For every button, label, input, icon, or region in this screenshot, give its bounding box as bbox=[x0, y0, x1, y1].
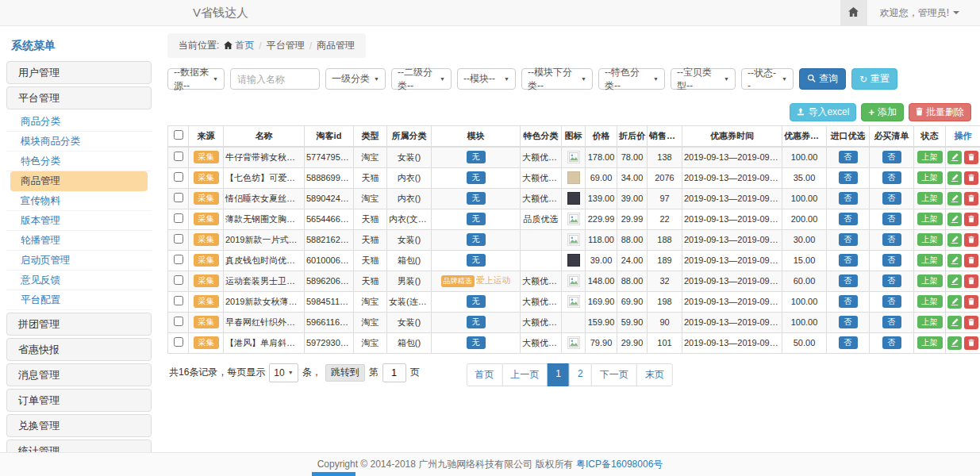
per-page-select[interactable]: 10▼ bbox=[269, 363, 298, 382]
row-checkbox[interactable] bbox=[174, 255, 183, 264]
status-badge[interactable]: 上架 bbox=[917, 274, 943, 287]
sidebar-item[interactable]: 轮播管理 bbox=[6, 231, 152, 251]
sidebar-item[interactable]: 启动页管理 bbox=[6, 251, 152, 271]
import-select-badge[interactable]: 否 bbox=[839, 151, 858, 163]
page-number-input[interactable] bbox=[382, 363, 406, 382]
edit-button[interactable] bbox=[947, 336, 962, 350]
import-select-badge[interactable]: 否 bbox=[839, 171, 858, 184]
pager-page-2[interactable]: 2 bbox=[569, 363, 592, 386]
row-checkbox[interactable] bbox=[174, 317, 183, 326]
edit-button[interactable] bbox=[947, 295, 962, 309]
pager-first[interactable]: 首页 bbox=[466, 363, 502, 386]
delete-button[interactable] bbox=[964, 171, 978, 185]
import-select-badge[interactable]: 否 bbox=[839, 192, 858, 205]
row-checkbox[interactable] bbox=[174, 275, 183, 285]
status-badge[interactable]: 上架 bbox=[917, 254, 943, 267]
name-search-input[interactable] bbox=[230, 68, 320, 90]
status-badge[interactable]: 上架 bbox=[917, 151, 943, 163]
status-badge[interactable]: 上架 bbox=[917, 171, 943, 184]
edit-button[interactable] bbox=[947, 171, 962, 185]
import-select-badge[interactable]: 否 bbox=[839, 274, 858, 287]
must-buy-badge[interactable]: 否 bbox=[882, 336, 901, 349]
row-checkbox[interactable] bbox=[174, 193, 183, 202]
import-select-badge[interactable]: 否 bbox=[839, 316, 858, 328]
row-checkbox[interactable] bbox=[174, 296, 183, 305]
must-buy-badge[interactable]: 否 bbox=[882, 316, 901, 328]
import-select-badge[interactable]: 否 bbox=[839, 254, 858, 267]
must-buy-badge[interactable]: 否 bbox=[882, 254, 901, 267]
status-badge[interactable]: 上架 bbox=[917, 233, 943, 246]
sidebar-item[interactable]: 模块商品分类 bbox=[6, 132, 152, 152]
batch-delete-button[interactable]: 批量删除 bbox=[909, 103, 971, 121]
must-buy-badge[interactable]: 否 bbox=[882, 274, 901, 287]
data-source-select[interactable]: --数据来源--▼ bbox=[167, 68, 225, 90]
sidebar-item[interactable]: 特色分类 bbox=[6, 152, 152, 171]
home-button[interactable] bbox=[840, 0, 867, 26]
status-select[interactable]: --状态--▼ bbox=[741, 68, 794, 90]
sidebar-item[interactable]: 平台配置 bbox=[6, 290, 152, 310]
user-menu[interactable]: 欢迎您，管理员! bbox=[867, 6, 980, 20]
import-select-badge[interactable]: 否 bbox=[839, 233, 858, 246]
sidebar-item[interactable]: 意见反馈 bbox=[6, 271, 152, 290]
sidebar-group[interactable]: 用户管理 bbox=[6, 61, 152, 84]
delete-button[interactable] bbox=[964, 274, 978, 288]
delete-button[interactable] bbox=[964, 213, 978, 226]
delete-button[interactable] bbox=[964, 316, 978, 329]
import-select-badge[interactable]: 否 bbox=[839, 295, 858, 308]
sidebar-item[interactable]: 商品管理 bbox=[10, 171, 148, 191]
module-subcategory-select[interactable]: --模块下分类--▼ bbox=[521, 68, 593, 90]
sidebar-group[interactable]: 省惠快报 bbox=[6, 338, 152, 361]
edit-button[interactable] bbox=[947, 254, 962, 267]
category-level2-select[interactable]: --二级分类--▼ bbox=[391, 68, 452, 90]
row-checkbox[interactable] bbox=[174, 234, 183, 244]
import-select-badge[interactable]: 否 bbox=[839, 336, 858, 349]
edit-button[interactable] bbox=[947, 213, 962, 226]
sidebar-item[interactable]: 版本管理 bbox=[6, 211, 152, 231]
reset-button[interactable]: ↻ 重置 bbox=[851, 68, 897, 90]
sidebar-group[interactable]: 平台管理 bbox=[6, 86, 152, 109]
must-buy-badge[interactable]: 否 bbox=[882, 233, 901, 246]
row-checkbox[interactable] bbox=[174, 213, 183, 223]
must-buy-badge[interactable]: 否 bbox=[882, 151, 901, 163]
feature-category-select[interactable]: --特色分类--▼ bbox=[598, 68, 665, 90]
row-checkbox[interactable] bbox=[174, 152, 183, 161]
row-checkbox[interactable] bbox=[174, 172, 183, 182]
sidebar-group[interactable]: 兑换管理 bbox=[6, 414, 152, 437]
delete-button[interactable] bbox=[964, 233, 978, 247]
edit-button[interactable] bbox=[947, 316, 962, 329]
status-badge[interactable]: 上架 bbox=[917, 213, 943, 225]
sidebar-item[interactable]: 宣传物料 bbox=[6, 191, 152, 211]
must-buy-badge[interactable]: 否 bbox=[882, 192, 901, 205]
module-select[interactable]: --模块--▼ bbox=[457, 68, 516, 90]
import-select-badge[interactable]: 否 bbox=[839, 213, 858, 225]
edit-button[interactable] bbox=[947, 274, 962, 288]
delete-button[interactable] bbox=[964, 151, 978, 164]
search-button[interactable]: 查询 bbox=[799, 68, 846, 90]
sidebar-item[interactable]: 商品分类 bbox=[6, 112, 152, 132]
breadcrumb-home-link[interactable]: 首页 bbox=[224, 39, 254, 52]
row-checkbox[interactable] bbox=[174, 337, 183, 347]
sidebar-group[interactable]: 拼团管理 bbox=[6, 313, 152, 336]
status-badge[interactable]: 上架 bbox=[917, 295, 943, 308]
delete-button[interactable] bbox=[964, 295, 978, 309]
add-button[interactable]: + 添加 bbox=[861, 103, 904, 121]
delete-button[interactable] bbox=[964, 192, 978, 205]
must-buy-badge[interactable]: 否 bbox=[882, 295, 901, 308]
must-buy-badge[interactable]: 否 bbox=[882, 213, 901, 225]
sidebar-group[interactable]: 订单管理 bbox=[6, 389, 152, 412]
status-badge[interactable]: 上架 bbox=[917, 316, 943, 328]
delete-button[interactable] bbox=[964, 336, 978, 350]
must-buy-badge[interactable]: 否 bbox=[882, 171, 901, 184]
item-type-select[interactable]: --宝贝类型--▼ bbox=[671, 68, 736, 90]
category-level1-select[interactable]: 一级分类▼ bbox=[325, 68, 386, 90]
jump-to-button[interactable]: 跳转到 bbox=[325, 364, 365, 382]
pager-last[interactable]: 末页 bbox=[636, 363, 673, 386]
icp-link[interactable]: 粤ICP备16098006号 bbox=[576, 458, 663, 471]
status-badge[interactable]: 上架 bbox=[917, 336, 943, 349]
pager-page-1[interactable]: 1 bbox=[547, 363, 570, 386]
import-excel-button[interactable]: 导入excel bbox=[790, 103, 856, 121]
edit-button[interactable] bbox=[947, 192, 962, 205]
sidebar-group[interactable]: 消息管理 bbox=[6, 363, 152, 386]
pager-next[interactable]: 下一页 bbox=[591, 363, 637, 386]
edit-button[interactable] bbox=[947, 233, 962, 247]
